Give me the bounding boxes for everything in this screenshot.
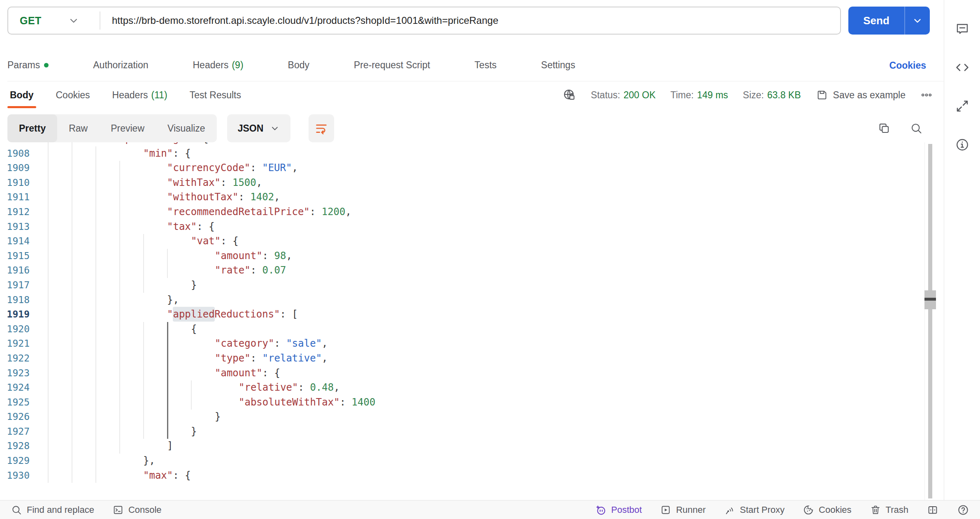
format-dropdown[interactable]: JSON — [227, 114, 291, 142]
url-input[interactable] — [100, 15, 840, 26]
code-line-1911[interactable]: 1911"withoutTax": 1402, — [0, 190, 944, 205]
code-line-1909[interactable]: 1909"currencyCode": "EUR", — [0, 161, 944, 176]
tab-headers[interactable]: Headers (9) — [193, 60, 244, 71]
response-tab-headers[interactable]: Headers (11) — [110, 82, 170, 108]
indent-guide — [167, 249, 168, 264]
code-line-1915[interactable]: 1915"amount": 98, — [0, 249, 944, 264]
globe-lock-icon[interactable] — [563, 88, 576, 102]
indent-guide — [143, 278, 144, 293]
indent-guide — [72, 380, 72, 395]
tab-pre-request-script[interactable]: Pre-request Script — [354, 60, 430, 71]
code-line-1919[interactable]: 1919"appliedReductions": [ — [0, 307, 944, 322]
terminal-icon — [112, 504, 124, 516]
code-line-1927[interactable]: 1927} — [0, 424, 944, 439]
search-icon — [11, 504, 22, 516]
code-text: } — [191, 424, 197, 439]
view-tab-visualize[interactable]: Visualize — [156, 114, 217, 142]
more-options-icon[interactable] — [920, 89, 933, 101]
cookies-button[interactable]: Cookies — [803, 504, 851, 516]
console-button[interactable]: Console — [112, 504, 162, 516]
code-line-1929[interactable]: 1929}, — [0, 454, 944, 468]
line-number: 1918 — [0, 293, 30, 308]
view-tab-raw[interactable]: Raw — [57, 114, 99, 142]
line-number: 1930 — [0, 468, 30, 483]
response-toolbar-right — [878, 114, 923, 142]
send-options-button[interactable] — [904, 7, 930, 35]
collapse-panel-icon[interactable] — [955, 99, 970, 114]
indent-guide — [119, 293, 120, 308]
code-line-1923[interactable]: 1923"amount": { — [0, 366, 944, 381]
code-line-1926[interactable]: 1926} — [0, 410, 944, 424]
tab-authorization[interactable]: Authorization — [93, 60, 148, 71]
tab-body[interactable]: Body — [288, 60, 309, 71]
indent-guide — [119, 380, 120, 395]
indent-guide — [72, 424, 72, 439]
copy-icon[interactable] — [878, 122, 891, 135]
tab-settings[interactable]: Settings — [541, 60, 575, 71]
code-text: "currencyCode": "EUR", — [167, 161, 298, 176]
indent-guide — [119, 424, 120, 439]
code-line-1913[interactable]: 1913"tax": { — [0, 220, 944, 234]
trash-button[interactable]: Trash — [870, 504, 908, 516]
response-body-editor[interactable]: 1907"priceRange": {1908"min": {1909"curr… — [0, 142, 944, 500]
time-value: 149 ms — [697, 90, 728, 101]
indent-guide — [72, 468, 72, 483]
response-tab-test-results[interactable]: Test Results — [187, 82, 244, 108]
indent-guide — [48, 176, 49, 190]
tab-params[interactable]: Params — [7, 60, 49, 71]
line-number: 1916 — [0, 263, 30, 278]
indent-guide — [72, 439, 72, 454]
indent-guide — [95, 263, 96, 278]
view-tab-pretty[interactable]: Pretty — [7, 114, 57, 142]
code-text: "appliedReductions": [ — [167, 307, 298, 322]
code-line-1924[interactable]: 1924"relative": 0.48, — [0, 380, 944, 395]
code-line-1907[interactable]: 1907"priceRange": { — [0, 142, 944, 146]
response-tab-cookies[interactable]: Cookies — [53, 82, 93, 108]
send-label[interactable]: Send — [848, 7, 904, 35]
cookies-link[interactable]: Cookies — [889, 49, 926, 81]
postbot-button[interactable]: Postbot — [595, 504, 642, 516]
response-tab-body[interactable]: Body — [7, 82, 36, 108]
info-icon[interactable] — [955, 137, 970, 152]
indent-guide — [72, 366, 72, 381]
code-line-1918[interactable]: 1918}, — [0, 293, 944, 308]
indent-guide — [191, 380, 192, 395]
code-line-1920[interactable]: 1920{ — [0, 322, 944, 337]
save-as-example-button[interactable]: Save as example — [816, 89, 906, 101]
code-line-1922[interactable]: 1922"type": "relative", — [0, 351, 944, 366]
code-line-1910[interactable]: 1910"withTax": 1500, — [0, 176, 944, 190]
tab-tests[interactable]: Tests — [474, 60, 497, 71]
runner-button[interactable]: Runner — [660, 504, 706, 516]
toggle-panel-icon[interactable] — [927, 504, 939, 516]
response-meta: Status: 200 OK Time: 149 ms Size: 63.8 K… — [563, 82, 933, 108]
code-line-1908[interactable]: 1908"min": { — [0, 146, 944, 161]
code-snippet-icon[interactable] — [955, 60, 970, 75]
code-line-1925[interactable]: 1925"absoluteWithTax": 1400 — [0, 395, 944, 410]
view-tab-preview[interactable]: Preview — [99, 114, 156, 142]
search-icon[interactable] — [910, 122, 923, 135]
code-line-1930[interactable]: 1930"max": { — [0, 468, 944, 483]
code-line-1912[interactable]: 1912"recommendedRetailPrice": 1200, — [0, 205, 944, 220]
indent-guide — [119, 336, 120, 351]
start-proxy-button[interactable]: Start Proxy — [724, 504, 785, 516]
code-line-1921[interactable]: 1921"category": "sale", — [0, 336, 944, 351]
code-line-1928[interactable]: 1928] — [0, 439, 944, 454]
comments-icon[interactable] — [955, 21, 970, 36]
indent-guide — [95, 424, 96, 439]
request-tabs: Params Authorization Headers (9) Body Pr… — [7, 49, 944, 81]
indent-guide — [72, 336, 72, 351]
active-indent-guide — [167, 424, 168, 439]
method-selector[interactable]: GET — [8, 15, 100, 27]
find-and-replace-button[interactable]: Find and replace — [11, 504, 94, 516]
active-indent-guide — [167, 336, 168, 351]
help-icon[interactable] — [957, 504, 969, 516]
code-line-1916[interactable]: 1916"rate": 0.07 — [0, 263, 944, 278]
scrollbar-track[interactable] — [928, 144, 932, 498]
send-button[interactable]: Send — [848, 7, 930, 35]
code-line-1917[interactable]: 1917} — [0, 278, 944, 293]
wrap-lines-button[interactable] — [309, 114, 334, 142]
active-indent-guide — [167, 322, 168, 337]
indent-guide — [72, 410, 72, 424]
response-toolbar: Pretty Raw Preview Visualize JSON — [7, 114, 944, 142]
code-line-1914[interactable]: 1914"vat": { — [0, 234, 944, 249]
